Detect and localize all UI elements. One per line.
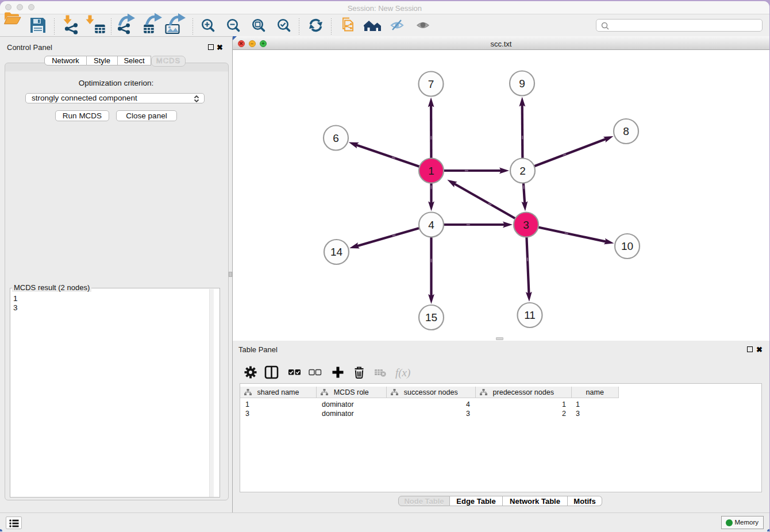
svg-text:11: 11 <box>524 309 536 321</box>
svg-text:9: 9 <box>519 78 525 90</box>
svg-text:4: 4 <box>428 219 434 231</box>
svg-text:14: 14 <box>330 246 343 258</box>
svg-text:8: 8 <box>623 125 629 137</box>
svg-text:10: 10 <box>621 240 633 252</box>
svg-text:3: 3 <box>523 219 529 231</box>
svg-text:f(x): f(x) <box>395 367 410 379</box>
svg-text:1: 1 <box>428 165 434 177</box>
svg-text:7: 7 <box>428 78 434 90</box>
svg-text:2: 2 <box>519 165 526 177</box>
svg-text:6: 6 <box>333 132 339 144</box>
svg-text:15: 15 <box>425 311 437 323</box>
